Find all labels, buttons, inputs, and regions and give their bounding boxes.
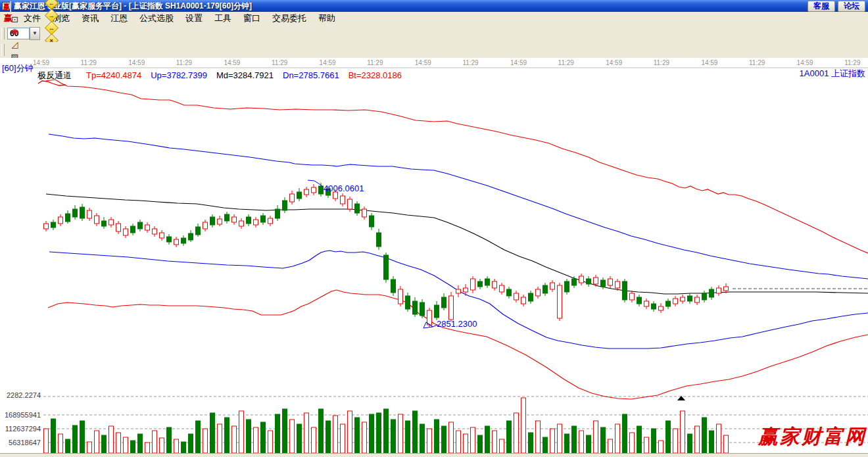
gann-lr-icon[interactable]: ↔ bbox=[45, 22, 59, 34]
wedge-icon[interactable]: ◿ bbox=[8, 38, 22, 51]
gann-right-icon[interactable]: → bbox=[45, 9, 59, 22]
chart-canvas[interactable] bbox=[0, 58, 868, 457]
high-annotation: 4006.0601 bbox=[324, 183, 364, 193]
time-axis-label: 11:29 bbox=[844, 59, 860, 66]
indicator-value-2: Md=3284.7921 bbox=[216, 70, 274, 80]
price-axis-label: 2282.2274 bbox=[3, 391, 41, 399]
menu-item-5[interactable]: 设置 bbox=[180, 12, 208, 24]
menu-item-4[interactable]: 公式选股 bbox=[133, 12, 180, 24]
menu-bar: 赢 文件浏览资讯江恩公式选股设置工具窗口交易委托帮助 bbox=[0, 12, 868, 26]
time-axis-label: 11:29 bbox=[749, 59, 765, 66]
menu-item-9[interactable]: 帮助 bbox=[312, 12, 341, 24]
period-label: [60]分钟 bbox=[2, 62, 34, 74]
period-dropdown-icon[interactable]: ▼ bbox=[30, 27, 40, 40]
time-axis-label: 14:59 bbox=[320, 59, 336, 66]
menu-item-8[interactable]: 交易委托 bbox=[266, 12, 312, 24]
menu-item-6[interactable]: 工具 bbox=[208, 12, 237, 24]
time-axis-label: 11:29 bbox=[81, 59, 97, 66]
time-axis-label: 14:59 bbox=[510, 59, 527, 66]
indicator-value-0: Tp=4240.4874 bbox=[86, 70, 141, 80]
time-axis-label: 14:59 bbox=[701, 59, 717, 66]
title-bar: 赢 赢家江恩专业版[赢家服务平台] - [上证指数 SH1A0001-179[6… bbox=[0, 0, 868, 12]
symbol-label: 1A0001 上证指数 bbox=[800, 68, 865, 80]
indicator-value-4: Bt=2328.0186 bbox=[349, 70, 402, 80]
volume-axis-label-3: 56318647 bbox=[3, 439, 41, 446]
volume-axis-label-2: 112637294 bbox=[3, 425, 41, 433]
indicator-header: 极反通道Tp=4240.4874Up=3782.7399Md=3284.7921… bbox=[37, 70, 411, 82]
time-axis-label: 14:59 bbox=[128, 59, 145, 66]
menu-item-3[interactable]: 江恩 bbox=[105, 12, 133, 24]
toolbar-grip[interactable] bbox=[1, 44, 5, 56]
time-axis-label: 14:59 bbox=[606, 59, 622, 66]
low-annotation: 2851.2300 bbox=[437, 319, 477, 329]
main-toolbar: 60 ▼ ≋▤ıı3ıı9╽▼≋⚑|◀▶|◀▶←→↔×+✳☜+∠℘∾21▦▤◪⇄… bbox=[0, 25, 868, 43]
indicator-value-3: Dn=2785.7661 bbox=[283, 70, 339, 80]
time-axis-label: 11:29 bbox=[462, 59, 478, 66]
time-axis-label: 14:59 bbox=[33, 59, 49, 66]
volume-axis-label-1: 168955941 bbox=[3, 411, 41, 419]
application-window: 赢 赢家江恩专业版[赢家服务平台] - [上证指数 SH1A0001-179[6… bbox=[0, 0, 868, 457]
box-select-icon[interactable]: ⊡ bbox=[8, 13, 22, 26]
rays-icon[interactable]: ✺ bbox=[8, 26, 22, 38]
time-axis-label: 14:59 bbox=[224, 59, 240, 66]
toolbar-separator bbox=[10, 1, 11, 12]
gann-left-icon[interactable]: ← bbox=[45, 0, 59, 9]
drawing-toolbar: ✐╫金金F☉✐◔╫n²⊿⊕✳▩K"神赢▦⇄⊡✺◿▨∠∿▦▩⫽⊟‰%%◉金$∿金J… bbox=[0, 42, 868, 59]
time-axis-label: 11:29 bbox=[176, 59, 192, 66]
time-axis-label: 11:29 bbox=[654, 59, 669, 66]
customer-service-button[interactable]: 客服 bbox=[808, 1, 835, 12]
site-watermark: 赢家财富网 bbox=[758, 423, 868, 450]
menu-item-7[interactable]: 窗口 bbox=[237, 12, 266, 24]
time-axis-label: 11:29 bbox=[558, 59, 574, 66]
time-axis-label: 11:29 bbox=[272, 59, 287, 66]
chart-area[interactable]: 14:5911:2914:5911:2914:5911:2914:5911:29… bbox=[0, 58, 868, 457]
toolbar-grip[interactable] bbox=[1, 28, 5, 39]
time-axis-label: 14:59 bbox=[415, 59, 431, 66]
time-axis-label: 11:29 bbox=[367, 59, 383, 66]
time-axis-label: 14:59 bbox=[797, 59, 813, 66]
menu-item-2[interactable]: 资讯 bbox=[76, 12, 105, 24]
indicator-name[interactable]: 极反通道 bbox=[37, 70, 72, 80]
indicator-value-1: Up=3782.7399 bbox=[151, 70, 207, 80]
forum-button[interactable]: 论坛 bbox=[838, 1, 865, 12]
